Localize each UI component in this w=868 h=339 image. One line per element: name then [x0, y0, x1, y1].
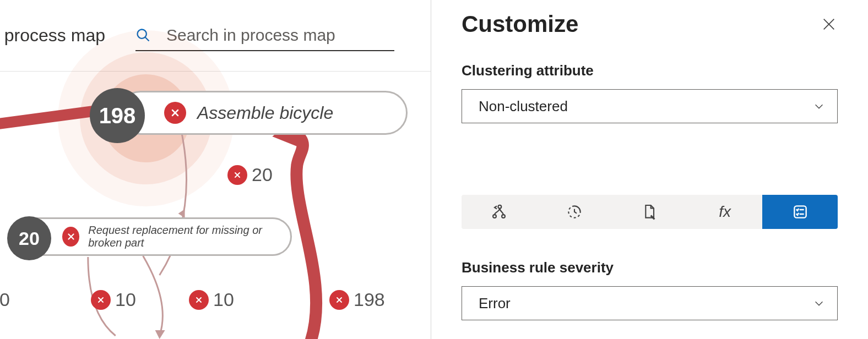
toolbar-title-fragment: t process map: [0, 25, 105, 46]
edge-label-10a: 10: [91, 289, 136, 310]
close-icon: [821, 17, 837, 32]
chevron-down-icon: [813, 100, 825, 112]
edge-label-20: 20: [227, 164, 273, 185]
clustering-attribute-label: Clustering attribute: [462, 62, 838, 79]
chevron-down-icon: [813, 297, 825, 309]
time-icon: [566, 203, 583, 221]
customize-panel: Customize Clustering attribute Non-clust…: [431, 0, 868, 339]
business-rule-severity-select[interactable]: Error: [462, 286, 838, 320]
edge-label-cut-bottom: 50: [0, 289, 10, 310]
error-icon: [189, 290, 209, 310]
process-map-toolbar: t process map: [0, 0, 431, 72]
process-map-canvas[interactable]: t process map: [0, 0, 431, 339]
tab-time[interactable]: [537, 195, 612, 229]
node-title: Assemble bicycle: [197, 103, 333, 123]
node-assemble-bicycle[interactable]: 198 Assemble bicycle: [118, 91, 408, 135]
close-button[interactable]: [820, 15, 838, 33]
clustering-attribute-select[interactable]: Non-clustered: [462, 89, 838, 123]
tab-fx[interactable]: fx: [687, 195, 763, 229]
process-map-graph[interactable]: 198 Assemble bicycle 20 Request replacem…: [0, 72, 431, 339]
node-count-badge: 198: [90, 88, 145, 143]
search-input[interactable]: [166, 26, 394, 45]
error-icon: [62, 227, 79, 247]
node-count-badge: 20: [7, 216, 51, 260]
svg-point-7: [493, 215, 496, 218]
branch-compare-icon: [490, 203, 508, 221]
tab-checklist[interactable]: [762, 195, 838, 229]
metric-tabs: fx: [462, 195, 838, 229]
checklist-icon: [791, 203, 809, 221]
select-value: Error: [479, 295, 511, 312]
svg-marker-3: [155, 330, 165, 339]
tab-branch[interactable]: [462, 195, 537, 229]
svg-rect-10: [794, 206, 806, 217]
svg-marker-2: [178, 209, 185, 218]
edge-label-198: 198: [329, 289, 385, 310]
error-icon: [91, 290, 111, 310]
error-icon: [227, 165, 247, 185]
svg-point-8: [502, 215, 505, 218]
document-edit-icon: [641, 203, 658, 221]
select-value: Non-clustered: [479, 98, 568, 115]
node-request-replacement[interactable]: 20 Request replacement for missing or br…: [11, 217, 292, 256]
business-rule-severity-label: Business rule severity: [462, 259, 838, 276]
error-icon: [164, 102, 186, 124]
panel-title: Customize: [462, 11, 578, 37]
error-icon: [329, 290, 349, 310]
node-title: Request replacement for missing or broke…: [88, 224, 290, 249]
tab-document[interactable]: [612, 195, 687, 229]
edge-label-10b: 10: [189, 289, 234, 310]
svg-point-9: [498, 205, 502, 209]
fx-icon: fx: [719, 203, 731, 221]
